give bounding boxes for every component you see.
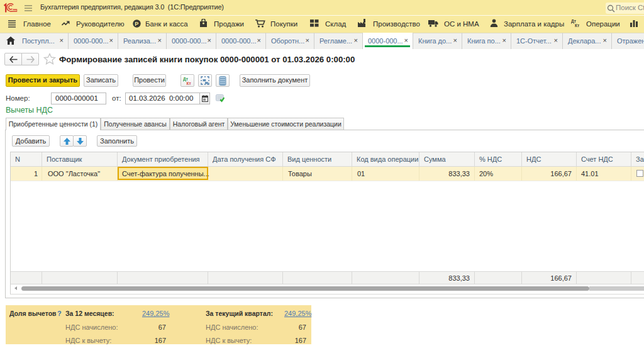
- svg-text:P: P: [135, 21, 138, 27]
- svg-text:Кт: Кт: [575, 23, 579, 28]
- svg-text:Кт: Кт: [187, 81, 191, 86]
